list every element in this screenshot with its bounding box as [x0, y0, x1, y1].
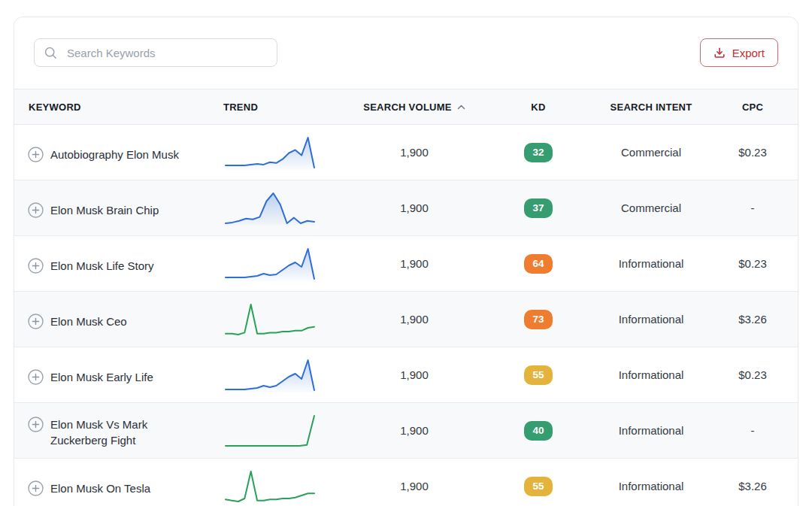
search-volume-value: 1,900 [400, 257, 429, 270]
keyword-cell: Elon Musk Brain Chip [14, 198, 209, 218]
trend-sparkline [223, 357, 317, 393]
trend-cell [209, 413, 347, 449]
column-header-search_intent[interactable]: SEARCH INTENT [595, 102, 707, 113]
keyword-text: Elon Musk Brain Chip [50, 202, 159, 218]
trend-sparkline [223, 246, 317, 282]
keyword-wrap: Elon Musk Vs Mark Zuckerberg Fight [28, 413, 198, 448]
column-header-label: TREND [223, 102, 258, 113]
trend-cell [209, 135, 347, 171]
table-row: Elon Musk Life Story1,90064Informational… [14, 236, 798, 292]
table-row: Elon Musk On Tesla1,90055Informational$3… [14, 459, 798, 506]
table-header-row: KEYWORDTRENDSEARCH VOLUMEKDSEARCH INTENT… [14, 89, 798, 125]
kd-cell: 32 [482, 143, 595, 162]
search-intent-cell: Informational [595, 424, 707, 437]
kd-cell: 64 [482, 254, 595, 274]
search-volume-cell: 1,900 [347, 368, 482, 381]
search-intent-value: Informational [619, 480, 684, 492]
cpc-value: $3.26 [738, 313, 767, 326]
cpc-value: $0.23 [738, 257, 767, 270]
search-input[interactable] [65, 46, 267, 60]
search-intent-value: Commercial [621, 201, 681, 214]
add-keyword-button[interactable] [28, 480, 44, 496]
plus-circle-icon [28, 258, 44, 274]
column-header-keyword[interactable]: KEYWORD [14, 102, 209, 113]
kd-badge: 73 [524, 310, 553, 329]
cpc-value: - [751, 201, 755, 214]
trend-sparkline [223, 301, 317, 338]
cpc-value: $3.26 [738, 480, 767, 492]
add-keyword-button[interactable] [28, 417, 44, 432]
search-intent-cell: Commercial [595, 201, 707, 214]
keyword-wrap: Elon Musk On Tesla [28, 477, 150, 496]
trend-sparkline [223, 190, 317, 226]
kd-badge: 40 [524, 421, 553, 441]
kd-badge: 55 [524, 365, 553, 385]
add-keyword-button[interactable] [28, 258, 44, 274]
search-intent-value: Informational [619, 257, 684, 270]
kd-cell: 40 [482, 421, 595, 441]
plus-circle-icon [28, 417, 44, 432]
search-volume-cell: 1,900 [347, 480, 482, 492]
keyword-cell: Elon Musk Early Life [14, 365, 209, 385]
keyword-wrap: Elon Musk Early Life [28, 365, 153, 385]
table-row: Elon Musk Vs Mark Zuckerberg Fight1,9004… [14, 403, 798, 459]
column-header-search_volume[interactable]: SEARCH VOLUME [347, 102, 482, 113]
keyword-cell: Elon Musk Vs Mark Zuckerberg Fight [14, 413, 209, 448]
search-intent-cell: Informational [595, 257, 707, 270]
kd-badge: 64 [524, 254, 553, 274]
search-intent-value: Informational [619, 368, 684, 381]
column-header-label: SEARCH VOLUME [363, 102, 452, 113]
table-body: Autobiography Elon Musk1,90032Commercial… [14, 125, 798, 506]
plus-circle-icon [28, 314, 44, 329]
table-row: Elon Musk Ceo1,90073Informational$3.26 [14, 292, 798, 347]
keyword-cell: Elon Musk On Tesla [14, 477, 209, 496]
table-row: Autobiography Elon Musk1,90032Commercial… [14, 125, 798, 180]
keyword-text: Elon Musk Vs Mark Zuckerberg Fight [50, 417, 198, 448]
search-intent-value: Informational [619, 424, 684, 437]
search-intent-value: Commercial [621, 146, 681, 159]
search-intent-cell: Commercial [595, 146, 707, 159]
column-header-cpc[interactable]: CPC [707, 102, 798, 113]
search-volume-cell: 1,900 [347, 146, 482, 159]
plus-circle-icon [28, 147, 44, 162]
kd-cell: 55 [482, 477, 595, 496]
cpc-value: $0.23 [738, 146, 767, 159]
cpc-value: $0.23 [738, 368, 767, 381]
keyword-cell: Elon Musk Life Story [14, 254, 209, 274]
column-header-kd[interactable]: KD [482, 102, 595, 113]
cpc-cell: - [707, 201, 798, 214]
search-volume-cell: 1,900 [347, 257, 482, 270]
download-icon [714, 47, 726, 59]
table-row: Elon Musk Brain Chip1,90037Commercial- [14, 180, 798, 236]
column-header-label: SEARCH INTENT [611, 102, 692, 113]
add-keyword-button[interactable] [28, 147, 44, 162]
trend-cell [209, 301, 347, 338]
search-box[interactable] [34, 38, 277, 67]
keyword-text: Elon Musk On Tesla [50, 480, 150, 496]
keyword-text: Elon Musk Ceo [50, 314, 127, 329]
sort-ascending-icon [457, 105, 465, 110]
plus-circle-icon [28, 480, 44, 496]
search-volume-cell: 1,900 [347, 201, 482, 214]
add-keyword-button[interactable] [28, 369, 44, 385]
add-keyword-button[interactable] [28, 202, 44, 218]
column-header-label: CPC [742, 102, 763, 113]
keyword-wrap: Autobiography Elon Musk [28, 143, 179, 162]
search-icon [44, 47, 57, 59]
column-header-trend[interactable]: TREND [209, 102, 347, 113]
trend-cell [209, 468, 347, 504]
keyword-cell: Autobiography Elon Musk [14, 143, 209, 162]
search-volume-cell: 1,900 [347, 424, 482, 437]
kd-badge: 37 [524, 198, 553, 218]
kd-badge: 55 [524, 477, 553, 496]
add-keyword-button[interactable] [28, 314, 44, 329]
plus-circle-icon [28, 369, 44, 385]
trend-sparkline [223, 468, 317, 504]
search-volume-cell: 1,900 [347, 313, 482, 326]
export-button[interactable]: Export [700, 38, 778, 67]
kd-badge: 32 [524, 143, 553, 162]
column-header-label: KD [531, 102, 545, 113]
search-volume-value: 1,900 [400, 424, 429, 437]
column-header-label: KEYWORD [29, 102, 81, 113]
keyword-text: Elon Musk Early Life [50, 369, 153, 385]
